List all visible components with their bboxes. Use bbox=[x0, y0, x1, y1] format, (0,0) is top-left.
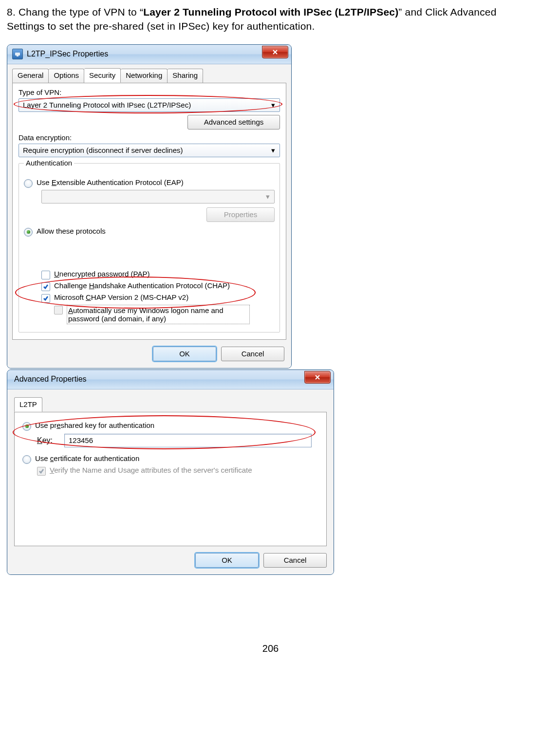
checkbox-icon bbox=[41, 282, 50, 291]
tab-networking[interactable]: Networking bbox=[121, 69, 168, 83]
allow-protocols-radio-row[interactable]: Allow these protocols bbox=[24, 227, 275, 237]
key-input[interactable]: 123456 bbox=[64, 434, 312, 447]
instruction-text: 8. Chang the type of VPN to “Layer 2 Tun… bbox=[7, 5, 534, 34]
tab-sharing[interactable]: Sharing bbox=[168, 69, 203, 83]
allow-protocols-label: Allow these protocols bbox=[37, 227, 106, 235]
radio-icon bbox=[22, 422, 31, 431]
data-encryption-label: Data encryption: bbox=[19, 133, 280, 142]
connection-icon bbox=[12, 49, 23, 59]
tab-general[interactable]: General bbox=[12, 69, 49, 83]
dialog-footer: OK Cancel bbox=[7, 548, 334, 572]
instruction-prefix: 8. Chang the type of VPN to “ bbox=[7, 6, 143, 18]
chap-checkbox-row[interactable]: Challenge Handshake Authentication Proto… bbox=[41, 281, 275, 291]
close-button[interactable] bbox=[262, 46, 288, 58]
key-value: 123456 bbox=[69, 436, 93, 444]
type-of-vpn-value: Layer 2 Tunneling Protocol with IPsec (L… bbox=[23, 101, 191, 109]
titlebar[interactable]: Advanced Properties bbox=[7, 370, 334, 389]
close-icon bbox=[272, 49, 279, 55]
eap-method-combo: ▾ bbox=[41, 190, 275, 203]
cancel-button[interactable]: Cancel bbox=[263, 553, 327, 568]
mschap-label: Microsoft CHAP Version 2 (MS-CHAP v2) bbox=[54, 293, 188, 301]
l2tp-tab-panel: Use preshared key for authentication Key… bbox=[14, 412, 327, 546]
eap-radio-row[interactable]: Use Extensible Authentication Protocol (… bbox=[24, 178, 275, 188]
dialog-title: L2TP_IPSec Properties bbox=[27, 50, 108, 58]
radio-icon bbox=[24, 179, 33, 188]
instruction-bold: Layer 2 Tunneling Protocol with IPSec (L… bbox=[143, 6, 398, 18]
svg-rect-1 bbox=[17, 55, 19, 56]
certificate-radio-row[interactable]: Use certificate for authentication bbox=[22, 454, 318, 464]
verify-cert-checkbox-row: Verify the Name and Usage attributes of … bbox=[22, 466, 318, 476]
tab-options[interactable]: Options bbox=[49, 69, 84, 83]
tabstrip: L2TP bbox=[7, 389, 334, 412]
advanced-settings-button[interactable]: Advanced settings bbox=[187, 115, 280, 129]
page-number: 206 bbox=[7, 643, 534, 654]
autologon-label: Automatically use my Windows logon name … bbox=[67, 305, 250, 324]
tab-l2tp[interactable]: L2TP bbox=[14, 397, 42, 412]
preshared-key-radio-row[interactable]: Use preshared key for authentication bbox=[22, 421, 318, 431]
pap-checkbox-row[interactable]: Unencrypted password (PAP) bbox=[41, 270, 275, 279]
autologon-checkbox-row[interactable]: Automatically use my Windows logon name … bbox=[41, 305, 275, 324]
properties-button: Properties bbox=[206, 207, 275, 222]
dropdown-arrow-icon: ▾ bbox=[269, 101, 278, 110]
data-encryption-value: Require encryption (disconnect if server… bbox=[23, 146, 183, 154]
dialog-footer: OK Cancel bbox=[7, 342, 291, 365]
svg-rect-0 bbox=[15, 53, 20, 55]
chap-label: Challenge Handshake Authentication Proto… bbox=[54, 281, 230, 290]
security-tab-panel: Type of VPN: Layer 2 Tunneling Protocol … bbox=[12, 83, 286, 340]
dialog-title: Advanced Properties bbox=[14, 375, 87, 384]
checkbox-icon bbox=[41, 294, 50, 303]
type-of-vpn-combo[interactable]: Layer 2 Tunneling Protocol with IPsec (L… bbox=[19, 98, 280, 112]
radio-icon bbox=[22, 455, 31, 464]
dropdown-arrow-icon: ▾ bbox=[263, 192, 272, 201]
tabstrip: General Options Security Networking Shar… bbox=[7, 64, 291, 83]
checkbox-icon bbox=[37, 467, 46, 476]
pap-label: Unencrypted password (PAP) bbox=[54, 270, 149, 278]
close-button[interactable] bbox=[304, 371, 331, 384]
radio-icon bbox=[24, 228, 33, 237]
ok-button[interactable]: OK bbox=[195, 553, 259, 568]
advanced-properties-dialog: Advanced Properties L2TP Use preshared k… bbox=[7, 369, 334, 575]
titlebar[interactable]: L2TP_IPSec Properties bbox=[7, 45, 291, 64]
cancel-button[interactable]: Cancel bbox=[221, 347, 284, 361]
checkbox-icon bbox=[54, 306, 63, 314]
certificate-label: Use certificate for authentication bbox=[35, 454, 139, 462]
eap-label: Use Extensible Authentication Protocol (… bbox=[37, 178, 184, 186]
type-of-vpn-label: Type of VPN: bbox=[19, 88, 280, 96]
preshared-key-label: Use preshared key for authentication bbox=[35, 421, 154, 429]
key-label: Key: bbox=[37, 436, 61, 445]
ok-button[interactable]: OK bbox=[153, 347, 216, 361]
verify-cert-label: Verify the Name and Usage attributes of … bbox=[50, 466, 252, 474]
authentication-legend: Authentication bbox=[24, 159, 74, 167]
tab-security[interactable]: Security bbox=[84, 68, 121, 83]
close-icon bbox=[314, 374, 321, 381]
checkbox-icon bbox=[41, 271, 50, 279]
authentication-group: Authentication Use Extensible Authentica… bbox=[19, 163, 280, 332]
data-encryption-combo[interactable]: Require encryption (disconnect if server… bbox=[19, 144, 280, 157]
properties-dialog: L2TP_IPSec Properties General Options Se… bbox=[7, 44, 292, 369]
dropdown-arrow-icon: ▾ bbox=[269, 146, 278, 155]
mschap-checkbox-row[interactable]: Microsoft CHAP Version 2 (MS-CHAP v2) bbox=[41, 293, 275, 303]
